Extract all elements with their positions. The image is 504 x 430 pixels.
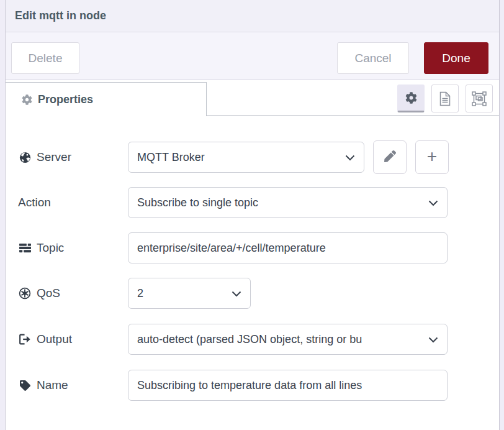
cancel-button[interactable]: Cancel [337,42,409,74]
action-label-text: Action [18,196,51,209]
delete-button[interactable]: Delete [11,42,79,74]
server-select-value: MQTT Broker [137,151,205,164]
topic-input[interactable] [128,232,448,263]
server-label: Server [18,142,124,173]
topic-row: Topic [6,232,499,263]
tag-icon [18,380,32,391]
gear-icon [22,94,32,105]
edit-node-dialog: Edit mqtt in node Delete Cancel Done Pro… [5,0,500,430]
qos-label: QoS [18,278,124,309]
server-row: Server MQTT Broker + [6,142,499,173]
name-label: Name [18,370,124,401]
appearance-tab-button[interactable] [466,85,493,112]
action-select-value: Subscribe to single topic [137,196,258,209]
tab-properties-label: Properties [38,93,93,106]
action-row: Action Subscribe to single topic [6,187,499,218]
chevron-down-icon [232,287,241,300]
qos-row: QoS 2 [6,278,499,309]
action-label: Action [18,187,124,218]
server-select[interactable]: MQTT Broker [128,142,364,173]
output-label-text: Output [37,332,72,346]
empire-icon [18,287,32,300]
globe-icon [18,152,32,163]
output-select[interactable]: auto-detect (parsed JSON object, string … [128,324,448,355]
edit-server-button[interactable] [373,140,407,174]
qos-label-text: QoS [37,286,60,300]
topic-label: Topic [18,232,124,263]
gear-icon [405,92,417,104]
tasks-icon [18,243,32,253]
name-input[interactable] [128,370,448,401]
topic-label-text: Topic [37,241,64,255]
chevron-down-icon [428,196,438,209]
output-label: Output [18,324,124,355]
server-label-text: Server [37,150,71,164]
description-tab-button[interactable] [431,85,459,112]
dialog-title: Edit mqtt in node [15,9,106,22]
properties-tab-button[interactable] [397,85,425,112]
add-server-button[interactable]: + [415,140,449,174]
name-label-text: Name [37,378,68,392]
pencil-icon [384,150,396,165]
output-select-value: auto-detect (parsed JSON object, string … [137,333,362,346]
output-row: Output auto-detect (parsed JSON object, … [6,324,499,355]
edit-tab-bar: Properties [6,80,499,116]
node-red-editor: Edit mqtt in node Delete Cancel Done Pro… [0,0,504,430]
plus-icon: + [427,148,437,165]
tab-properties[interactable]: Properties [6,82,207,116]
dialog-header: Edit mqtt in node [6,0,499,32]
properties-form: Server MQTT Broker + [6,116,499,430]
qos-select-value: 2 [137,287,143,300]
appearance-icon [472,91,487,106]
name-row: Name [6,370,499,401]
description-icon [439,91,451,106]
action-select[interactable]: Subscribe to single topic [128,187,448,218]
chevron-down-icon [345,151,355,164]
sign-out-icon [18,334,32,345]
edit-tab-buttons [397,85,493,112]
dialog-toolbar: Delete Cancel Done [6,32,499,80]
qos-select[interactable]: 2 [128,278,251,309]
done-button[interactable]: Done [424,42,488,74]
chevron-down-icon [428,333,438,346]
